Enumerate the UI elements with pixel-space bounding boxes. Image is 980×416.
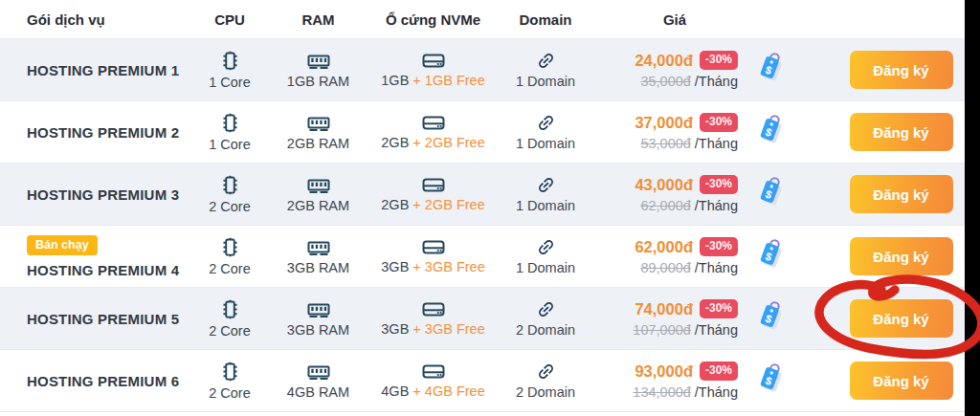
disk-base: 4GB [381, 383, 409, 399]
ram-cell: 3GB RAM [263, 226, 373, 287]
old-price-line: 53,000đ/Tháng [640, 136, 738, 151]
header-service: Gói dịch vụ [0, 11, 196, 28]
price-period: /Tháng [695, 136, 738, 151]
service-cell: HOSTING PREMIUM 1 [0, 62, 196, 78]
cpu-value: 1 Core [209, 75, 251, 90]
service-cell: HOSTING PREMIUM 2 [0, 124, 196, 141]
cpu-chip-icon [221, 361, 239, 383]
header-disk: Ổ cứng NVMe [373, 11, 493, 28]
cta-cell: Đăng ký [809, 288, 965, 349]
domain-value: 1 Domain [516, 260, 575, 275]
register-button[interactable]: Đăng ký [850, 51, 953, 89]
best-seller-badge: Bán chạy [27, 235, 98, 255]
domain-cell: 1 Domain [493, 101, 598, 163]
price-tag-icon: $ [755, 299, 805, 338]
nvme-drive-icon [422, 114, 445, 132]
price-current: 93,000đ [635, 362, 693, 381]
cpu-cell: 2 Core [196, 288, 263, 349]
price-old: 107,000đ [633, 322, 690, 338]
price-old: 134,000đ [633, 384, 690, 400]
link-icon [536, 175, 556, 195]
nvme-drive-icon [422, 362, 445, 381]
link-icon [536, 361, 556, 382]
cpu-value: 2 Core [209, 261, 251, 276]
price-tag-icon: $ [755, 51, 805, 89]
cpu-chip-icon [221, 298, 239, 320]
old-price-line: 89,000đ/Tháng [640, 260, 738, 275]
plan-name: HOSTING PREMIUM 3 [27, 186, 179, 203]
price-current: 74,000đ [635, 300, 693, 318]
plan-name: HOSTING PREMIUM 6 [27, 373, 179, 389]
price-period: /Tháng [695, 198, 738, 213]
disk-base: 2GB [381, 197, 409, 212]
link-icon [536, 299, 556, 319]
cpu-cell: 2 Core [196, 226, 263, 287]
cpu-value: 2 Core [209, 385, 251, 401]
disk-value: 2GB + 2GB Free [381, 135, 484, 150]
ram-stick-icon [307, 362, 330, 382]
cpu-chip-icon [221, 112, 239, 134]
register-button[interactable]: Đăng ký [850, 299, 953, 338]
service-cell: HOSTING PREMIUM 5 [0, 311, 196, 327]
cpu-value: 2 Core [209, 323, 251, 339]
ram-value: 2GB RAM [287, 136, 349, 151]
link-icon [536, 51, 556, 71]
nvme-drive-icon [422, 300, 445, 318]
promo-tag-cell: $ [751, 39, 809, 100]
domain-cell: 2 Domain [493, 350, 598, 411]
ram-cell: 4GB RAM [263, 350, 373, 411]
price-old: 62,000đ [640, 198, 690, 213]
price-cell: 62,000đ -30% 89,000đ/Tháng [598, 226, 751, 287]
ram-value: 3GB RAM [287, 260, 349, 275]
promo-tag-cell: $ [751, 288, 809, 349]
price-period: /Tháng [695, 74, 738, 89]
price-cell: 43,000đ -30% 62,000đ/Tháng [598, 164, 751, 225]
disk-value: 3GB + 3GB Free [381, 259, 484, 274]
link-icon [536, 113, 556, 133]
register-button[interactable]: Đăng ký [850, 175, 953, 213]
disk-cell: 3GB + 3GB Free [373, 226, 493, 287]
cpu-chip-icon [221, 50, 239, 72]
register-button[interactable]: Đăng ký [850, 237, 953, 275]
pricing-table-body: HOSTING PREMIUM 1 1 Core 1GB RAM [0, 38, 965, 411]
disk-free: + 1GB Free [412, 73, 484, 88]
cta-cell: Đăng ký [809, 101, 965, 163]
disk-cell: 3GB + 3GB Free [373, 288, 493, 349]
price-period: /Tháng [695, 384, 738, 400]
pricing-table: Gói dịch vụ CPU RAM Ổ cứng NVMe Domain G… [0, 0, 965, 412]
domain-cell: 1 Domain [493, 226, 598, 287]
domain-value: 1 Domain [516, 74, 575, 89]
price-current: 37,000đ [635, 114, 693, 132]
cpu-chip-icon [221, 174, 239, 196]
right-black-bar [965, 0, 980, 416]
price-old: 35,000đ [640, 74, 690, 89]
price-line: 43,000đ -30% [635, 175, 738, 193]
cta-cell: Đăng ký [809, 350, 965, 411]
price-line: 62,000đ -30% [635, 237, 738, 255]
disk-value: 4GB + 4GB Free [381, 383, 484, 399]
register-button[interactable]: Đăng ký [850, 113, 953, 151]
price-cell: 74,000đ -30% 107,000đ/Tháng [598, 288, 751, 349]
ram-stick-icon [307, 300, 330, 319]
cta-cell: Đăng ký [809, 164, 965, 225]
price-cell: 24,000đ -30% 35,000đ/Tháng [598, 39, 751, 100]
ram-cell: 3GB RAM [263, 288, 373, 349]
old-price-line: 134,000đ/Tháng [633, 384, 738, 400]
table-header: Gói dịch vụ CPU RAM Ổ cứng NVMe Domain G… [0, 0, 965, 38]
domain-value: 2 Domain [516, 384, 575, 400]
ram-value: 2GB RAM [287, 198, 349, 213]
discount-badge: -30% [700, 361, 738, 380]
domain-cell: 1 Domain [493, 164, 598, 225]
disk-base: 1GB [381, 73, 409, 88]
ram-cell: 2GB RAM [263, 164, 373, 225]
table-row: HOSTING PREMIUM 1 1 Core 1GB RAM [0, 38, 965, 100]
price-old: 89,000đ [640, 260, 690, 275]
old-price-line: 107,000đ/Tháng [633, 322, 738, 338]
cta-cell: Đăng ký [809, 226, 965, 287]
plan-name: HOSTING PREMIUM 4 [27, 262, 179, 278]
promo-tag-cell: $ [751, 164, 809, 225]
register-button[interactable]: Đăng ký [850, 361, 953, 400]
ram-stick-icon [307, 114, 330, 133]
disk-cell: 1GB + 1GB Free [373, 39, 493, 100]
disk-base: 3GB [381, 259, 409, 274]
